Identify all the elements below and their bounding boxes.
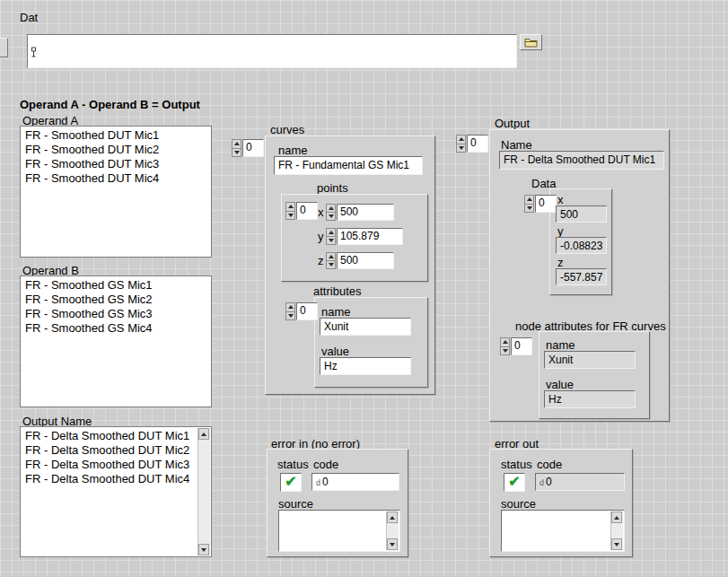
error-out-source-scrollbar[interactable] <box>610 511 623 550</box>
spin-buttons <box>285 202 295 220</box>
list-item[interactable]: FR - Delta Smoothed DUT Mic2 <box>21 443 197 458</box>
increment-button[interactable] <box>326 204 336 213</box>
list-item[interactable]: FR - Smoothed DUT Mic1 <box>21 128 211 143</box>
list-item[interactable]: FR - Smoothed GS Mic1 <box>21 278 211 293</box>
data-y-field: -0.08823 <box>556 237 607 254</box>
error-out-code: d0 <box>535 473 625 491</box>
scroll-up-button[interactable] <box>387 511 398 523</box>
points-y-spinner[interactable]: 105.879 <box>326 228 403 245</box>
increment-button[interactable] <box>326 252 336 261</box>
list-item[interactable]: FR - Smoothed DUT Mic3 <box>21 157 211 171</box>
decrement-button[interactable] <box>326 237 336 245</box>
scroll-up-button[interactable] <box>198 428 209 440</box>
triangle-down-icon <box>503 349 508 353</box>
list-item[interactable]: FR - Smoothed GS Mic4 <box>21 321 211 336</box>
error-out-code-label: code <box>537 458 562 471</box>
scroll-down-button[interactable] <box>198 544 209 555</box>
spin-buttons <box>456 135 466 153</box>
curves-name-field[interactable]: FR - Fundamental GS Mic1 <box>274 156 423 175</box>
points-index-spinner[interactable]: 0 <box>285 202 318 220</box>
attribute-value-field[interactable]: Hz <box>320 357 411 375</box>
attributes-index-value[interactable]: 0 <box>296 302 318 320</box>
scroll-up-button[interactable] <box>611 511 622 523</box>
list-item[interactable]: FR - Smoothed GS Mic3 <box>21 307 211 321</box>
output-name-items: FR - Delta Smoothed DUT Mic1FR - Delta S… <box>21 427 197 486</box>
error-in-code-label: code <box>313 458 338 471</box>
page-heading: Operand A - Operand B = Output <box>20 98 200 111</box>
points-index-value[interactable]: 0 <box>296 202 318 220</box>
error-in-source[interactable] <box>278 510 400 552</box>
output-name-listbox[interactable]: FR - Delta Smoothed DUT Mic1FR - Delta S… <box>20 426 212 557</box>
decrement-button[interactable] <box>456 144 466 153</box>
increment-button[interactable] <box>500 337 510 347</box>
increment-button[interactable] <box>285 202 295 212</box>
list-item[interactable]: FR - Delta Smoothed DUT Mic3 <box>21 458 197 472</box>
decrement-button[interactable] <box>285 312 295 321</box>
spin-buttons <box>524 195 534 213</box>
list-item[interactable]: FR - Smoothed DUT Mic2 <box>21 143 211 157</box>
data-x-label: x <box>557 193 564 206</box>
decrement-button[interactable] <box>285 212 295 221</box>
list-item[interactable]: FR - Smoothed DUT Mic4 <box>21 171 211 186</box>
increment-button[interactable] <box>524 195 534 205</box>
points-x-label: x <box>318 205 324 219</box>
scroll-down-button[interactable] <box>387 538 398 550</box>
points-x-value[interactable]: 500 <box>337 204 394 221</box>
data-index-spinner[interactable]: 0 <box>524 195 557 213</box>
data-z-field: -557.857 <box>556 268 607 285</box>
radix-indicator: d <box>316 478 320 487</box>
points-x-spinner[interactable]: 500 <box>326 204 394 221</box>
increment-button[interactable] <box>285 302 295 312</box>
panel-edge-decoration <box>0 38 8 57</box>
error-out-status: ✔ <box>504 473 525 492</box>
decrement-button[interactable] <box>500 347 510 356</box>
node-attribute-value-label: value <box>546 378 574 391</box>
error-in-source-scrollbar[interactable] <box>386 511 399 550</box>
increment-button[interactable] <box>456 135 466 144</box>
browse-button[interactable] <box>520 34 542 50</box>
list-item[interactable]: FR - Delta Smoothed DUT Mic1 <box>21 429 197 443</box>
triangle-down-icon <box>329 263 334 267</box>
path-control[interactable] <box>27 34 517 68</box>
increment-button[interactable] <box>326 228 336 237</box>
node-attributes-index-spinner[interactable]: 0 <box>500 337 532 355</box>
points-z-spinner[interactable]: 500 <box>326 252 394 269</box>
triangle-up-icon <box>459 137 464 141</box>
spin-buttons <box>500 337 510 355</box>
triangle-down-icon <box>329 239 334 242</box>
list-item[interactable]: FR - Delta Smoothed DUT Mic4 <box>21 472 197 486</box>
points-z-value[interactable]: 500 <box>337 252 394 269</box>
error-out-status-label: status <box>501 458 532 471</box>
attributes-index-spinner[interactable]: 0 <box>285 302 318 320</box>
output-label: Output <box>495 117 530 130</box>
output-name-scrollbar[interactable] <box>197 428 210 555</box>
decrement-button[interactable] <box>326 261 336 269</box>
error-in-code[interactable]: d0 <box>311 473 399 491</box>
attribute-value-label: value <box>321 345 349 358</box>
output-index-spinner[interactable]: 0 <box>456 135 488 153</box>
points-y-value[interactable]: 105.879 <box>337 228 403 245</box>
curves-index-value[interactable]: 0 <box>242 139 264 157</box>
decrement-button[interactable] <box>326 213 336 221</box>
output-name-field-label: Name <box>501 138 532 152</box>
scroll-down-button[interactable] <box>611 538 622 550</box>
attribute-name-label: name <box>321 305 351 319</box>
curves-index-spinner[interactable]: 0 <box>232 139 264 157</box>
operand-a-listbox[interactable]: FR - Smoothed DUT Mic1FR - Smoothed DUT … <box>20 126 212 258</box>
data-index-value[interactable]: 0 <box>535 195 557 213</box>
path-input[interactable] <box>40 37 514 66</box>
node-attribute-name-field: Xunit <box>544 351 636 369</box>
operand-b-listbox[interactable]: FR - Smoothed GS Mic1FR - Smoothed GS Mi… <box>20 275 212 407</box>
decrement-button[interactable] <box>232 149 241 158</box>
curves-label: curves <box>270 123 304 136</box>
triangle-up-icon <box>390 516 395 520</box>
spin-buttons <box>326 228 336 245</box>
attribute-name-field[interactable]: Xunit <box>320 318 411 336</box>
list-item[interactable]: FR - Smoothed GS Mic2 <box>21 293 211 307</box>
triangle-down-icon <box>390 543 395 546</box>
output-index-value[interactable]: 0 <box>467 135 488 153</box>
decrement-button[interactable] <box>524 205 534 214</box>
error-in-status[interactable]: ✔ <box>280 473 302 492</box>
increment-button[interactable] <box>232 139 241 149</box>
node-attributes-index-value[interactable]: 0 <box>511 337 532 355</box>
